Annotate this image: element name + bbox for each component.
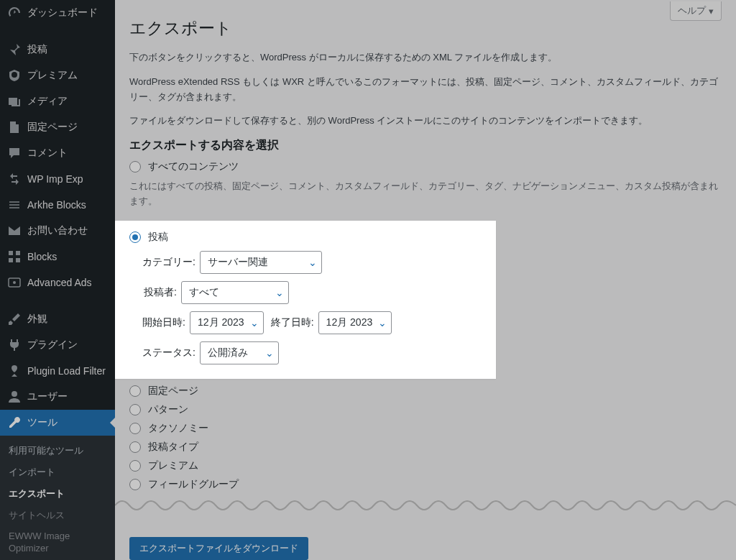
transfer-icon [7, 172, 22, 186]
start-date-select[interactable]: 12月 2023 ⌄ [190, 311, 264, 334]
comment-icon [7, 146, 22, 160]
select-value: 12月 2023 [326, 316, 373, 329]
page-title: エクスポート [129, 17, 722, 40]
download-export-button[interactable]: エクスポートファイルをダウンロード [129, 537, 308, 560]
svg-rect-2 [9, 258, 13, 262]
radio-patterns[interactable]: パターン [129, 403, 722, 416]
media-icon [7, 94, 22, 109]
status-row: ステータス: 公開済み ⌄ [142, 341, 486, 364]
sidebar-item-pages[interactable]: 固定ページ [0, 114, 115, 140]
sidebar-item-advancedads[interactable]: Advanced Ads [0, 270, 115, 295]
menu-label: 外観 [27, 313, 47, 326]
intro-paragraph-1: 下のボタンをクリックすると、WordPress がローカルに保存するための XM… [129, 50, 722, 65]
status-label: ステータス: [142, 346, 196, 359]
menu-label: プラグイン [27, 339, 78, 352]
radio-post-type[interactable]: 投稿タイプ [129, 441, 722, 454]
select-value: サーバー関連 [208, 256, 268, 269]
sidebar-item-pluginloadfilter[interactable]: Plugin Load Filter [0, 358, 115, 384]
menu-label: プレミアム [27, 69, 78, 82]
help-label: ヘルプ [678, 4, 706, 17]
svg-rect-0 [9, 251, 13, 255]
sidebar-item-premium[interactable]: プレミアム [0, 63, 115, 88]
chevron-down-icon: ▾ [709, 6, 714, 17]
select-value: 12月 2023 [198, 316, 244, 329]
radio-label: 固定ページ [148, 385, 198, 398]
start-date-label: 開始日時: [142, 316, 185, 329]
svg-point-5 [13, 281, 16, 284]
radio-icon [129, 460, 141, 472]
sidebar-item-users[interactable]: ユーザー [0, 384, 115, 410]
tools-submenu: 利用可能なツール インポート エクスポート サイトヘルス EWWW Image … [0, 436, 115, 560]
radio-label: プレミアム [148, 459, 198, 472]
submenu-import[interactable]: インポート [0, 462, 115, 483]
sidebar-item-comments[interactable]: コメント [0, 140, 115, 166]
sidebar-item-appearance[interactable]: 外観 [0, 306, 115, 332]
chevron-down-icon: ⌄ [308, 257, 317, 268]
filter-icon [7, 364, 22, 378]
chevron-down-icon: ⌄ [250, 317, 259, 329]
menu-label: ユーザー [27, 390, 68, 403]
radio-premium[interactable]: プレミアム [129, 459, 722, 472]
radio-label: 投稿 [148, 231, 168, 244]
sidebar-item-blocks[interactable]: Blocks [0, 244, 115, 270]
sidebar-item-plugins[interactable]: プラグイン [0, 332, 115, 358]
radio-icon [129, 404, 141, 416]
author-row: 投稿者: すべて ⌄ [142, 281, 486, 304]
end-date-label: 終了日時: [271, 316, 314, 329]
submenu-available-tools[interactable]: 利用可能なツール [0, 440, 115, 462]
date-range-row: 開始日時: 12月 2023 ⌄ 終了日時: 12月 2023 ⌄ [142, 311, 486, 334]
grid-icon [7, 249, 22, 264]
radio-taxonomy[interactable]: タクソノミー [129, 422, 722, 435]
sidebar-item-contact[interactable]: お問い合わせ [0, 218, 115, 244]
intro-paragraph-2: WordPress eXtended RSS もしくは WXR と呼んでいるこの… [129, 75, 722, 105]
radio-label: 投稿タイプ [148, 441, 198, 454]
intro-paragraph-3: ファイルをダウンロードして保存すると、別の WordPress インストールにこ… [129, 114, 722, 129]
radio-label: パターン [148, 403, 188, 416]
svg-rect-1 [16, 251, 20, 255]
radio-all-content[interactable]: すべてのコンテンツ [129, 160, 722, 173]
sidebar-item-tools[interactable]: ツール [0, 410, 115, 436]
chevron-down-icon: ⌄ [378, 317, 387, 329]
radio-posts[interactable]: 投稿 [129, 231, 486, 244]
sidebar-item-arkhe[interactable]: Arkhe Blocks [0, 192, 115, 218]
radio-field-group[interactable]: フィールドグループ [129, 478, 722, 491]
select-value: 公開済み [208, 346, 248, 359]
brush-icon [7, 312, 22, 326]
all-content-description: これにはすべての投稿、固定ページ、コメント、カスタムフィールド、カテゴリー、タグ… [129, 179, 722, 209]
sidebar-item-posts[interactable]: 投稿 [0, 37, 115, 63]
menu-label: Arkhe Blocks [27, 199, 86, 211]
end-date-select[interactable]: 12月 2023 ⌄ [318, 311, 392, 334]
submenu-site-health[interactable]: サイトヘルス [0, 505, 115, 526]
svg-point-6 [12, 391, 17, 397]
content-truncation-divider [115, 497, 736, 514]
main-content: ヘルプ ▾ エクスポート 下のボタンをクリックすると、WordPress がロー… [115, 0, 736, 560]
user-icon [7, 390, 22, 404]
category-label: カテゴリー: [142, 256, 196, 269]
category-row: カテゴリー: サーバー関連 ⌄ [142, 251, 486, 274]
radio-icon [129, 441, 141, 453]
radio-icon [129, 385, 141, 397]
ad-icon [7, 275, 22, 290]
author-select[interactable]: すべて ⌄ [181, 281, 289, 304]
radio-label: フィールドグループ [148, 478, 239, 491]
category-select[interactable]: サーバー関連 ⌄ [200, 251, 322, 274]
status-select[interactable]: 公開済み ⌄ [200, 341, 279, 364]
submenu-ewww[interactable]: EWWW Image Optimizer [0, 526, 115, 559]
wrench-icon [7, 416, 22, 430]
dashboard-icon [7, 6, 22, 20]
help-tab[interactable]: ヘルプ ▾ [670, 1, 722, 21]
menu-label: メディア [27, 95, 68, 108]
submenu-export[interactable]: エクスポート [0, 483, 115, 505]
export-section-heading: エクスポートする内容を選択 [129, 138, 722, 153]
menu-label: コメント [27, 147, 68, 160]
posts-export-panel: 投稿 カテゴリー: サーバー関連 ⌄ 投稿者: すべて ⌄ 開始日時: [115, 221, 496, 379]
menu-label: ダッシュボード [27, 6, 98, 19]
radio-pages[interactable]: 固定ページ [129, 385, 722, 398]
sidebar-item-media[interactable]: メディア [0, 88, 115, 114]
pages-icon [7, 120, 22, 134]
radio-icon [129, 161, 141, 173]
select-value: すべて [189, 286, 219, 299]
radio-icon [129, 479, 141, 490]
sidebar-item-dashboard[interactable]: ダッシュボード [0, 0, 115, 26]
sidebar-item-wpimpexp[interactable]: WP Imp Exp [0, 166, 115, 192]
